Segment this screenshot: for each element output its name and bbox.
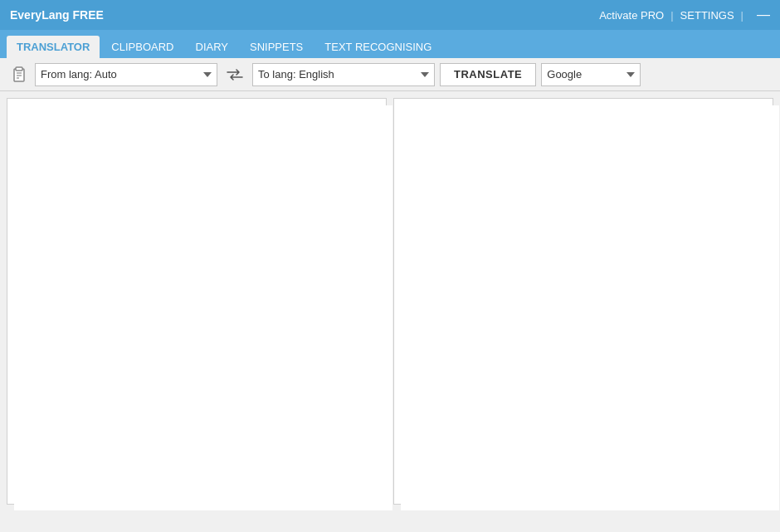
- output-panel: [393, 98, 773, 505]
- clipboard-icon[interactable]: [7, 63, 30, 86]
- nav-item-translator[interactable]: TRANSLATOR: [7, 36, 100, 58]
- nav-item-snippets[interactable]: SNIPPETS: [240, 36, 313, 58]
- translated-text-output[interactable]: [401, 105, 779, 510]
- engine-select[interactable]: Google Bing Yandex DeepL: [541, 63, 641, 86]
- toolbar: From lang: Auto English Spanish French G…: [0, 58, 780, 91]
- content-area: [0, 91, 780, 511]
- app-title: EveryLang FREE: [10, 8, 104, 22]
- separator-1: |: [670, 9, 673, 22]
- source-text-input[interactable]: [14, 105, 392, 510]
- activate-pro-link[interactable]: Activate PRO: [599, 9, 664, 22]
- settings-link[interactable]: SETTINGS: [680, 9, 734, 22]
- minimize-button[interactable]: —: [757, 7, 770, 22]
- swap-languages-button[interactable]: [222, 63, 247, 86]
- nav-item-diary[interactable]: DIARY: [186, 36, 239, 58]
- nav-item-text-recognising[interactable]: TEXT RECOGNISING: [314, 36, 441, 58]
- translate-button[interactable]: TRANSLATE: [440, 63, 536, 86]
- from-lang-select[interactable]: From lang: Auto English Spanish French G…: [35, 63, 217, 86]
- nav-bar: TRANSLATOR CLIPBOARD DIARY SNIPPETS TEXT…: [0, 30, 780, 58]
- nav-item-clipboard[interactable]: CLIPBOARD: [101, 36, 183, 58]
- svg-rect-1: [16, 67, 22, 71]
- separator-2: |: [741, 9, 743, 22]
- to-lang-select[interactable]: To lang: English Spanish French German R…: [252, 63, 435, 86]
- title-bar-actions: Activate PRO | SETTINGS | —: [599, 7, 770, 22]
- title-bar: EveryLang FREE Activate PRO | SETTINGS |…: [0, 0, 780, 30]
- input-panel: [7, 98, 387, 505]
